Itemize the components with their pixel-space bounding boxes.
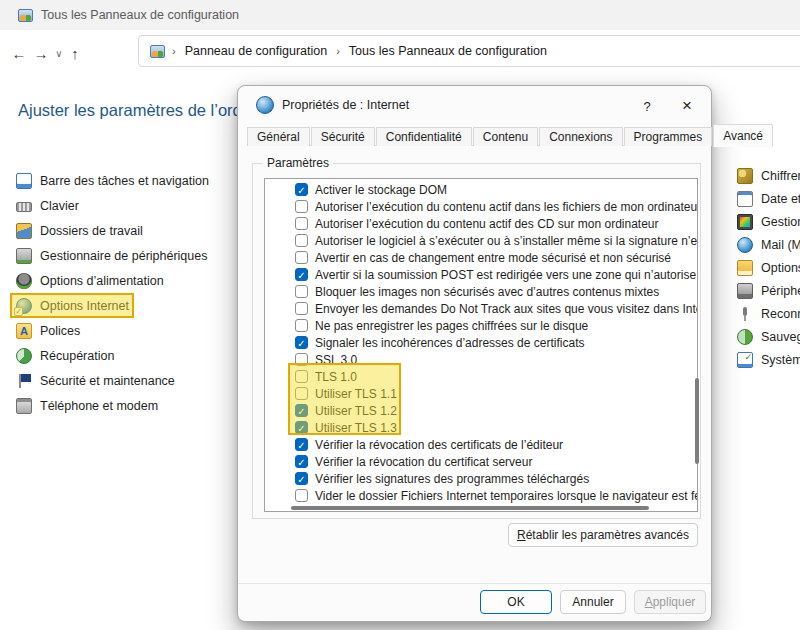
unchecked-checkbox[interactable]: [295, 200, 308, 213]
setting-row-autoriser-le-logiciel-a-s-executer-ou-a-[interactable]: Autoriser le logiciel à s’exécuter ou à …: [265, 232, 697, 249]
setting-row-envoyer-les-demandes-do-not-track-aux-si[interactable]: Envoyer les demandes Do Not Track aux si…: [265, 300, 697, 317]
back-icon[interactable]: ←: [8, 39, 30, 67]
unchecked-checkbox[interactable]: [295, 285, 308, 298]
applet-item-options-internet[interactable]: ✓Options Internet: [16, 293, 209, 318]
applet-label: Date et h: [761, 192, 800, 206]
navigation-bar: ← → ∨ ↑ › Panneau de configuration › Tou…: [0, 30, 800, 78]
setting-row-autoriser-l-execution-du-contenu-actif-d[interactable]: Autoriser l’exécution du contenu actif d…: [265, 215, 697, 232]
footer-divider: [238, 583, 711, 584]
applet-item-options[interactable]: Options: [737, 256, 800, 279]
checked-checkbox[interactable]: [295, 404, 308, 417]
date-time-icon: [737, 191, 753, 207]
tab-securite[interactable]: Sécurité: [311, 127, 375, 146]
tab-general[interactable]: Général: [247, 127, 310, 146]
applet-item-barre-des-taches-et-navigation[interactable]: Barre des tâches et navigation: [16, 168, 209, 193]
cancel-button[interactable]: Annuler: [560, 590, 626, 614]
applet-label: Chiffrem: [761, 169, 800, 183]
setting-row-bloquer-les-images-non-securises-avec-d-[interactable]: Bloquer les images non sécurisés avec d’…: [265, 283, 697, 300]
address-bar[interactable]: › Panneau de configuration › Tous les Pa…: [138, 35, 800, 67]
applet-item-systeme[interactable]: Système: [737, 348, 800, 371]
applet-item-gestionnaire-de-peripheriques[interactable]: Gestionnaire de périphériques: [16, 243, 209, 268]
unchecked-checkbox[interactable]: [295, 353, 308, 366]
help-button[interactable]: ?: [635, 94, 659, 118]
setting-row-utiliser-tls-1-3[interactable]: Utiliser TLS 1.3: [265, 419, 697, 436]
dialog-tabs: GénéralSécuritéConfidentialitéContenuCon…: [247, 125, 774, 146]
applet-item-gestion[interactable]: Gestion: [737, 210, 800, 233]
applet-item-options-d-alimentation[interactable]: Options d’alimentation: [16, 268, 209, 293]
applet-item-dossiers-de-travail[interactable]: Dossiers de travail: [16, 218, 209, 243]
unchecked-checkbox[interactable]: [295, 302, 308, 315]
applet-item-securite-et-maintenance[interactable]: Sécurité et maintenance: [16, 368, 209, 393]
applet-item-date-et-h[interactable]: Date et h: [737, 187, 800, 210]
tab-confidentialite[interactable]: Confidentialité: [376, 127, 472, 146]
setting-row-activer-le-stockage-dom[interactable]: Activer le stockage DOM: [265, 181, 697, 198]
setting-row-autoriser-l-execution-du-contenu-actif-d[interactable]: Autoriser l’exécution du contenu actif d…: [265, 198, 697, 215]
unchecked-checkbox[interactable]: [295, 370, 308, 383]
power-options-icon: [16, 273, 32, 289]
screen: { "window": { "title": "Tous les Panneau…: [0, 0, 800, 630]
setting-row-avertir-en-cas-de-changement-entre-mode-[interactable]: Avertir en cas de changement entre mode …: [265, 249, 697, 266]
setting-label: Vérifier la révocation du certificat ser…: [315, 455, 532, 469]
unchecked-checkbox[interactable]: [295, 217, 308, 230]
setting-row-verifier-la-revocation-du-certificat-ser[interactable]: Vérifier la révocation du certificat ser…: [265, 453, 697, 470]
folder-options-icon: [737, 260, 753, 276]
setting-row-tls-1-0[interactable]: TLS 1.0: [265, 368, 697, 385]
backup-restore-icon: [737, 329, 753, 345]
applet-item-polices[interactable]: Polices: [16, 318, 209, 343]
unchecked-checkbox[interactable]: [295, 489, 308, 502]
tab-avance[interactable]: Avancé: [713, 124, 773, 147]
applet-item-recuperation[interactable]: Récupération: [16, 343, 209, 368]
control-panel-icon: [150, 45, 165, 58]
breadcrumb-control-panel[interactable]: Panneau de configuration: [183, 44, 329, 58]
internet-properties-icon: [256, 96, 274, 114]
applet-list-right: ChiffremDate et hGestionMail (MiOptionsP…: [737, 164, 800, 371]
tab-connexions[interactable]: Connexions: [539, 127, 622, 146]
setting-row-utiliser-tls-1-1[interactable]: Utiliser TLS 1.1: [265, 385, 697, 402]
restore-button-label: Rétablir les paramètres avancés: [517, 528, 689, 542]
setting-row-verifier-la-revocation-des-certificats-d[interactable]: Vérifier la révocation des certificats d…: [265, 436, 697, 453]
unchecked-checkbox[interactable]: [295, 234, 308, 247]
page-heading: Ajuster les paramètres de l’ordi: [18, 101, 245, 120]
applet-item-mail-mi[interactable]: Mail (Mi: [737, 233, 800, 256]
setting-row-utiliser-tls-1-2[interactable]: Utiliser TLS 1.2: [265, 402, 697, 419]
setting-row-signaler-les-incoherences-d-adresses-de-[interactable]: Signaler les incohérences d’adresses de …: [265, 334, 697, 351]
tab-programmes[interactable]: Programmes: [624, 127, 713, 146]
vertical-scrollbar-thumb[interactable]: [695, 378, 699, 464]
setting-row-avertir-si-la-soumission-post-est-rediri[interactable]: Avertir si la soumission POST est rediri…: [265, 266, 697, 283]
applet-item-peripher[interactable]: Périphér: [737, 279, 800, 302]
setting-label: Ne pas enregistrer les pages chiffrées s…: [315, 319, 588, 333]
unchecked-checkbox[interactable]: [295, 251, 308, 264]
horizontal-scrollbar-thumb[interactable]: [291, 506, 649, 510]
restore-advanced-settings-button[interactable]: Rétablir les paramètres avancés: [508, 523, 698, 547]
setting-row-ssl-3-0[interactable]: SSL 3.0: [265, 351, 697, 368]
up-icon[interactable]: ↑: [64, 39, 86, 67]
tab-contenu[interactable]: Contenu: [473, 127, 538, 146]
unchecked-checkbox[interactable]: [295, 387, 308, 400]
checked-checkbox[interactable]: [295, 421, 308, 434]
setting-row-vider-le-dossier-fichiers-internet-tempo[interactable]: Vider le dossier Fichiers Internet tempo…: [265, 487, 697, 504]
setting-label: Avertir en cas de changement entre mode …: [315, 251, 671, 265]
security-maintenance-icon: [16, 373, 32, 389]
ok-button[interactable]: OK: [480, 590, 552, 614]
checked-checkbox[interactable]: [295, 183, 308, 196]
setting-row-ne-pas-enregistrer-les-pages-chiffrees-s[interactable]: Ne pas enregistrer les pages chiffrées s…: [265, 317, 697, 334]
applet-item-reconna[interactable]: Reconna: [737, 302, 800, 325]
applet-item-chiffrem[interactable]: Chiffrem: [737, 164, 800, 187]
apply-button[interactable]: Appliquer: [634, 590, 706, 614]
applet-label: Périphér: [761, 284, 800, 298]
applet-label: Reconna: [761, 307, 800, 321]
applet-label: Récupération: [40, 349, 114, 363]
checked-checkbox[interactable]: [295, 268, 308, 281]
applet-item-sauvega[interactable]: Sauvega: [737, 325, 800, 348]
close-icon[interactable]: ×: [675, 94, 699, 118]
unchecked-checkbox[interactable]: [295, 319, 308, 332]
checked-checkbox[interactable]: [295, 455, 308, 468]
applet-item-telephone-et-modem[interactable]: Téléphone et modem: [16, 393, 209, 418]
applet-item-clavier[interactable]: Clavier: [16, 193, 209, 218]
checked-checkbox[interactable]: [295, 472, 308, 485]
setting-row-verifier-les-signatures-des-programmes-t[interactable]: Vérifier les signatures des programmes t…: [265, 470, 697, 487]
checked-checkbox[interactable]: [295, 336, 308, 349]
breadcrumb-all-items[interactable]: Tous les Panneaux de configuration: [347, 44, 549, 58]
checked-checkbox[interactable]: [295, 438, 308, 451]
check-badge-icon: ✓: [14, 307, 23, 316]
